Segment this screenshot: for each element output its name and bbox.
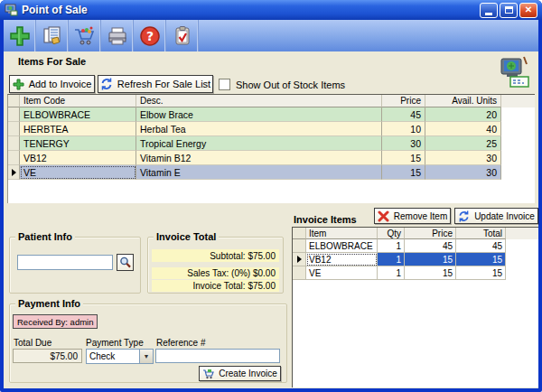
table-row-selected[interactable]: VB12 1 15 15 <box>293 253 538 266</box>
payment-info-title: Payment Info <box>15 298 83 309</box>
maximize-button[interactable] <box>500 3 518 18</box>
col-desc[interactable]: Desc. <box>136 95 382 107</box>
reference-label: Reference # <box>156 338 205 348</box>
refresh-icon <box>458 210 470 222</box>
payment-type-dropdown[interactable]: Check ▼ <box>86 349 154 364</box>
invoice-total-group: Invoice Total Subtotal: $75.00 Sales Tax… <box>147 237 284 294</box>
plus-icon <box>13 79 24 90</box>
col-price[interactable]: Price <box>405 228 456 239</box>
invoice-total-title: Invoice Total <box>154 231 219 242</box>
toolbar: ? <box>4 20 538 51</box>
row-marker <box>8 165 20 180</box>
help-toolbar-button[interactable]: ? <box>134 20 166 51</box>
invoice-items-title: Invoice Items <box>294 214 357 225</box>
create-invoice-button[interactable]: Create Invoice <box>199 366 281 381</box>
remove-item-button[interactable]: Remove Item <box>374 208 451 224</box>
title-bar[interactable]: Point of Sale ✕ <box>0 0 542 20</box>
items-for-sale-title: Items For Sale <box>18 56 86 67</box>
table-row[interactable]: ELBOWBRACE Elbow Brace 45 20 <box>8 107 535 122</box>
sales-tax-value: Sales Tax: (0%) $0.00 <box>152 267 279 279</box>
add-to-invoice-button[interactable]: Add to Invoice <box>9 75 95 93</box>
table-row[interactable]: VB12 Vitamin B12 15 30 <box>8 151 535 165</box>
cart-toolbar-button[interactable] <box>69 20 101 51</box>
table-row-selected[interactable]: VE Vitamin E 15 30 <box>8 165 535 180</box>
table-row[interactable]: VE 1 15 15 <box>293 266 538 280</box>
subtotal-value: Subtotal: $75.00 <box>152 249 279 262</box>
print-toolbar-button[interactable] <box>101 20 134 51</box>
col-item[interactable]: Item <box>306 228 378 239</box>
reports-toolbar-button[interactable] <box>36 20 69 51</box>
current-row-arrow-icon <box>12 169 16 176</box>
table-row[interactable]: TENERGY Tropical Energy 30 25 <box>8 136 535 151</box>
patient-search-input[interactable] <box>17 255 113 270</box>
window-title: Point of Sale <box>22 4 480 16</box>
invoice-items-grid: Item Qty Price Total ELBOWBRACE 1 45 45 … <box>292 227 538 387</box>
help-icon: ? <box>139 25 161 47</box>
pos-window: Point of Sale ✕ <box>0 0 542 392</box>
total-due-field: $75.00 <box>13 349 82 363</box>
printer-icon <box>107 25 128 47</box>
total-due-label: Total Due <box>14 338 51 348</box>
items-grid-header: Item Code Desc. Price Avail. Units <box>8 95 535 107</box>
close-button[interactable]: ✕ <box>519 3 537 18</box>
update-invoice-button[interactable]: Update Invoice <box>454 208 538 224</box>
svg-text:?: ? <box>145 29 153 43</box>
table-row[interactable]: HERBTEA Herbal Tea 10 40 <box>8 122 535 136</box>
received-by-badge: Received By: admin <box>13 314 98 329</box>
bottom-panel: Patient Info Invoice Total Subtotal: $75… <box>4 203 538 388</box>
col-item-code[interactable]: Item Code <box>20 95 136 107</box>
refresh-icon <box>100 78 113 90</box>
cart-icon <box>73 25 96 47</box>
register-icon <box>498 53 532 89</box>
clipboard-icon <box>172 25 193 47</box>
items-for-sale-grid: Item Code Desc. Price Avail. Units ELBOW… <box>7 94 535 203</box>
col-qty[interactable]: Qty <box>378 228 405 239</box>
payment-info-group: Payment Info Received By: admin Total Du… <box>9 303 287 383</box>
chevron-down-icon[interactable]: ▼ <box>139 350 153 363</box>
table-row[interactable]: ELBOWBRACE 1 45 45 <box>293 239 538 253</box>
invoice-total-value: Invoice Total: $75.00 <box>152 280 279 292</box>
show-out-of-stock-checkbox[interactable] <box>219 79 230 90</box>
payment-type-value: Check <box>87 350 139 363</box>
row-selector-header <box>8 95 20 107</box>
invoice-grid-header: Item Qty Price Total <box>293 228 538 239</box>
current-row-arrow-icon <box>297 256 302 263</box>
col-avail-units[interactable]: Avail. Units <box>425 95 501 107</box>
plus-icon <box>9 25 31 47</box>
create-invoice-cart-icon <box>202 369 214 379</box>
content-area: Items For Sale Add to Invoice Refresh Fo… <box>4 51 538 388</box>
minimize-button[interactable] <box>480 3 498 18</box>
reference-input[interactable] <box>155 349 280 363</box>
show-out-of-stock-label: Show Out of Stock Items <box>236 79 345 90</box>
patient-info-group: Patient Info <box>9 237 141 294</box>
col-price[interactable]: Price <box>382 95 425 107</box>
app-icon <box>5 4 18 16</box>
tasks-toolbar-button[interactable] <box>166 20 199 51</box>
search-icon <box>119 257 131 268</box>
row-marker <box>293 253 306 266</box>
row-selector-header <box>293 228 306 239</box>
col-total[interactable]: Total <box>456 228 506 239</box>
reports-icon <box>42 25 63 47</box>
add-toolbar-button[interactable] <box>4 20 36 51</box>
payment-type-label: Payment Type <box>86 338 144 348</box>
patient-info-title: Patient Info <box>15 231 75 242</box>
refresh-for-sale-list-button[interactable]: Refresh For Sale List <box>98 75 213 93</box>
remove-x-icon <box>378 210 389 222</box>
patient-search-button[interactable] <box>117 254 134 271</box>
